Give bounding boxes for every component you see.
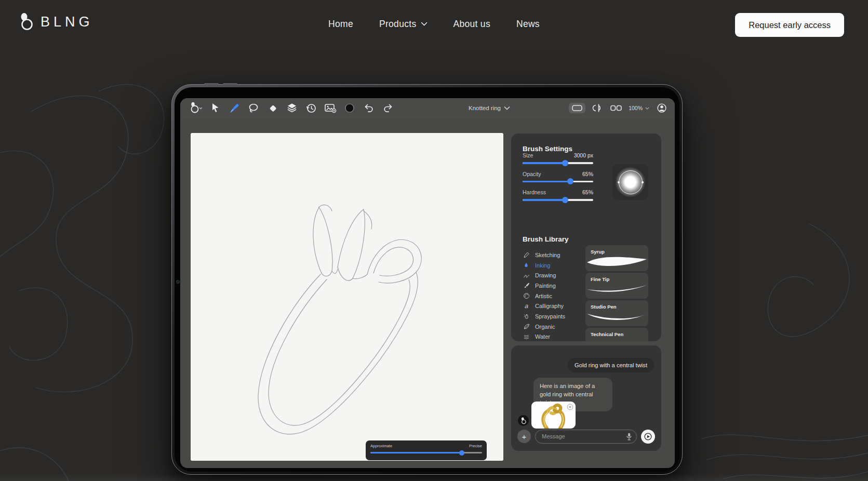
pencil-icon	[523, 251, 530, 259]
size-value: 3000 px	[574, 152, 593, 158]
chat-panel: Gold ring with a central twist Here is a…	[511, 345, 661, 451]
display-toggle-button[interactable]	[569, 103, 585, 113]
opacity-slider: Opacity 65%	[523, 171, 593, 183]
brush-categories: Sketching Inking Drawing	[523, 250, 565, 341]
precision-slider-knob[interactable]	[459, 450, 464, 456]
attach-button[interactable]: +	[517, 430, 531, 443]
brush-icon	[228, 102, 241, 114]
size-label: Size	[523, 152, 533, 158]
brush-stroke-preview	[585, 310, 648, 325]
nav-item-home[interactable]: Home	[328, 19, 353, 30]
account-button[interactable]	[655, 100, 669, 116]
category-spraypaints[interactable]: Spraypaints	[523, 311, 565, 322]
category-drawing[interactable]: Drawing	[523, 270, 565, 280]
hardness-slider-knob[interactable]	[562, 197, 568, 203]
chevron-down-icon	[504, 106, 510, 110]
import-image-tool-button[interactable]	[322, 100, 339, 116]
color-swatch-icon	[343, 102, 356, 114]
category-water[interactable]: Water	[523, 332, 565, 342]
brush-card-syrup[interactable]: Syrup	[585, 245, 648, 271]
brush-card-fine-tip[interactable]: Fine Tip	[585, 273, 648, 299]
brush-card-technical-pen[interactable]: Technical Pen	[585, 328, 648, 341]
category-sketching[interactable]: Sketching	[523, 250, 565, 260]
eraser-icon	[266, 102, 279, 114]
split-view-button[interactable]	[591, 100, 604, 116]
windows-button[interactable]	[609, 100, 623, 116]
palette-icon	[523, 292, 530, 300]
zoom-level-control[interactable]: 100%	[629, 105, 649, 111]
layers-icon	[286, 102, 298, 114]
size-slider: Size 3000 px	[523, 152, 593, 164]
brush-stroke-preview	[585, 255, 648, 270]
nav-item-products[interactable]: Products	[379, 19, 427, 30]
ring-dot-right	[642, 181, 644, 183]
toolbar-tools	[188, 98, 396, 118]
ring-dot-left	[618, 181, 620, 183]
hardness-slider-track[interactable]	[523, 199, 593, 201]
send-button[interactable]	[641, 430, 655, 444]
brush-settings-title: Brush Settings	[523, 145, 572, 153]
precision-slider-track[interactable]	[370, 452, 482, 453]
opacity-slider-track[interactable]	[523, 181, 593, 183]
precision-slider-overlay: Approximate Precise	[366, 440, 487, 460]
floor-reflection	[0, 474, 868, 481]
brush-tool-button[interactable]	[226, 100, 243, 116]
chat-input-row: +	[517, 429, 655, 444]
brand-logo[interactable]: BLNG	[19, 12, 94, 31]
color-swatch-button[interactable]	[341, 100, 358, 116]
category-calligraphy[interactable]: a Calligraphy	[523, 301, 565, 311]
brush-sliders: Size 3000 px Opacity 65%	[523, 152, 593, 208]
brand-ring-tool-button[interactable]	[188, 100, 204, 116]
drawing-canvas[interactable]	[191, 133, 503, 461]
opacity-slider-knob[interactable]	[567, 178, 573, 184]
brush-library-title: Brush Library	[523, 235, 569, 243]
drawing-app-screen: Knotted ring	[180, 98, 675, 468]
nav-item-about[interactable]: About us	[453, 19, 490, 30]
app-toolbar: Knotted ring	[180, 98, 675, 118]
size-slider-knob[interactable]	[562, 160, 568, 166]
redo-button[interactable]	[380, 100, 396, 116]
category-organic[interactable]: Organic	[523, 322, 565, 332]
approximate-label: Approximate	[370, 444, 392, 448]
request-early-access-button[interactable]: Request early access	[735, 13, 844, 37]
lasso-icon	[247, 102, 260, 114]
cursor-tool-button[interactable]	[207, 100, 223, 116]
site-header: BLNG Home Products About us News Request…	[0, 0, 868, 48]
lasso-tool-button[interactable]	[245, 100, 262, 116]
tablet-bezel: Knotted ring	[175, 87, 679, 472]
category-painting[interactable]: Painting	[523, 280, 565, 291]
send-icon	[643, 432, 653, 442]
undo-button[interactable]	[360, 100, 377, 116]
generated-ring-image[interactable]	[531, 402, 576, 429]
chevron-down-icon	[645, 107, 649, 110]
windows-icon	[610, 104, 622, 112]
brush-card-studio-pen[interactable]: Studio Pen	[585, 300, 648, 326]
brand-ring-icon	[520, 417, 527, 424]
mic-icon[interactable]	[625, 432, 633, 441]
import-image-icon	[324, 102, 337, 114]
tablet-mockup: Knotted ring	[171, 84, 683, 475]
message-pill	[535, 430, 637, 444]
display-toggle-icon	[571, 104, 583, 112]
volume-button-2	[223, 83, 237, 85]
nav-item-news[interactable]: News	[516, 19, 540, 30]
document-title-control[interactable]: Knotted ring	[440, 98, 539, 118]
category-artistic[interactable]: Artistic	[523, 291, 565, 301]
expand-image-icon[interactable]	[567, 404, 573, 410]
eraser-tool-button[interactable]	[264, 100, 281, 116]
user-message-bubble: Gold ring with a central twist	[568, 358, 654, 372]
layers-tool-button[interactable]	[284, 100, 300, 116]
tablet-camera	[177, 280, 179, 283]
message-input[interactable]	[535, 430, 637, 444]
chevron-down-icon	[421, 22, 427, 26]
category-inking[interactable]: Inking	[523, 260, 565, 271]
brush-card-list: Syrup Fine Tip Studio Pen	[585, 245, 648, 341]
hardness-slider: Hardness 65%	[523, 189, 593, 201]
size-slider-track[interactable]	[523, 162, 593, 164]
brush-ring-outline	[619, 170, 643, 194]
precise-label: Precise	[469, 444, 482, 448]
history-tool-button[interactable]	[303, 100, 319, 116]
brand-name: BLNG	[41, 14, 94, 30]
opacity-label: Opacity	[523, 171, 541, 177]
document-title: Knotted ring	[469, 105, 501, 111]
